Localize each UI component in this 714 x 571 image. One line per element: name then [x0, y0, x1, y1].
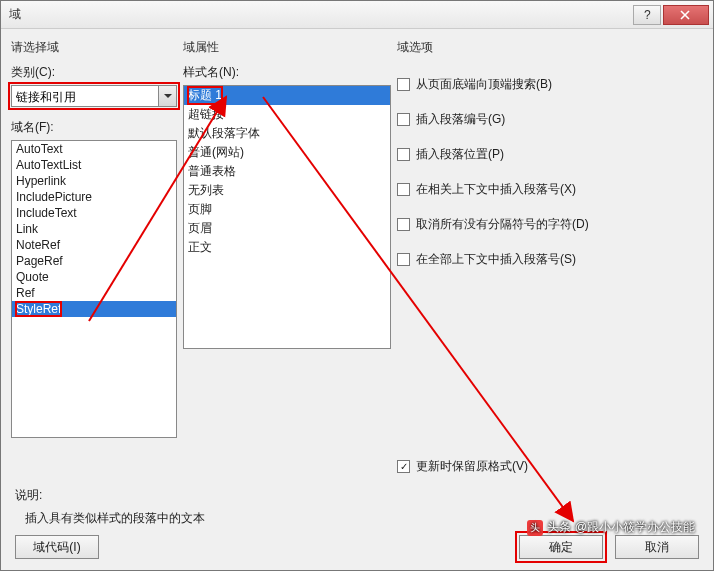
section-header-options: 域选项: [397, 39, 703, 56]
fieldnames-label: 域名(F):: [11, 119, 177, 136]
list-item[interactable]: AutoText: [12, 141, 176, 157]
option-label: 在相关上下文中插入段落号(X): [416, 181, 576, 198]
window-title: 域: [5, 6, 631, 23]
list-item[interactable]: StyleRef: [12, 301, 176, 317]
option-checkbox[interactable]: 在全部上下文中插入段落号(S): [397, 251, 703, 268]
option-checkbox[interactable]: 从页面底端向顶端搜索(B): [397, 76, 703, 93]
stylename-listbox[interactable]: 标题 1超链接默认段落字体普通(网站)普通表格无列表页脚页眉正文: [183, 85, 391, 349]
option-checkbox[interactable]: 在相关上下文中插入段落号(X): [397, 181, 703, 198]
list-item[interactable]: IncludePicture: [12, 189, 176, 205]
watermark-logo-icon: [527, 520, 543, 536]
preserve-format-label: 更新时保留原格式(V): [416, 458, 528, 475]
checkbox-icon: [397, 78, 410, 91]
list-item[interactable]: 默认段落字体: [184, 124, 390, 143]
option-checkbox[interactable]: 插入段落位置(P): [397, 146, 703, 163]
option-label: 取消所有没有分隔符号的字符(D): [416, 216, 589, 233]
checkbox-icon: [397, 460, 410, 473]
list-item[interactable]: 正文: [184, 238, 390, 257]
checkbox-icon: [397, 183, 410, 196]
category-value: 链接和引用: [12, 86, 158, 106]
category-combo[interactable]: 链接和引用: [11, 85, 177, 107]
list-item[interactable]: 标题 1: [184, 86, 390, 105]
option-checkbox[interactable]: 插入段落编号(G): [397, 111, 703, 128]
titlebar: 域 ?: [1, 1, 713, 29]
watermark: 头条 @跟小小筱学办公技能: [527, 519, 695, 536]
column-select-field: 请选择域 类别(C): 链接和引用 域名(F): AutoTextAutoTex…: [11, 39, 177, 485]
option-label: 插入段落位置(P): [416, 146, 504, 163]
help-button[interactable]: ?: [633, 5, 661, 25]
option-label: 在全部上下文中插入段落号(S): [416, 251, 576, 268]
option-label: 插入段落编号(G): [416, 111, 505, 128]
list-item[interactable]: 普通表格: [184, 162, 390, 181]
column-options: 域选项 从页面底端向顶端搜索(B)插入段落编号(G)插入段落位置(P)在相关上下…: [397, 39, 703, 485]
list-item[interactable]: IncludeText: [12, 205, 176, 221]
list-item[interactable]: AutoTextList: [12, 157, 176, 173]
list-item[interactable]: 页脚: [184, 200, 390, 219]
checkbox-icon: [397, 253, 410, 266]
dialog-body: 请选择域 类别(C): 链接和引用 域名(F): AutoTextAutoTex…: [1, 29, 713, 485]
svg-text:?: ?: [644, 10, 651, 20]
option-checkbox[interactable]: 取消所有没有分隔符号的字符(D): [397, 216, 703, 233]
list-item[interactable]: 普通(网站): [184, 143, 390, 162]
option-label: 从页面底端向顶端搜索(B): [416, 76, 552, 93]
list-item[interactable]: PageRef: [12, 253, 176, 269]
cancel-button[interactable]: 取消: [615, 535, 699, 559]
checkbox-icon: [397, 148, 410, 161]
category-label: 类别(C):: [11, 64, 177, 81]
list-item[interactable]: 页眉: [184, 219, 390, 238]
section-header-select: 请选择域: [11, 39, 177, 56]
chevron-down-icon[interactable]: [158, 86, 176, 106]
list-item[interactable]: Hyperlink: [12, 173, 176, 189]
list-item[interactable]: 超链接: [184, 105, 390, 124]
preserve-format-checkbox[interactable]: 更新时保留原格式(V): [397, 458, 528, 475]
stylename-label: 样式名(N):: [183, 64, 391, 81]
close-button[interactable]: [663, 5, 709, 25]
dialog-window: 域 ? 请选择域 类别(C): 链接和引用 域名(F): AutoTextAut…: [0, 0, 714, 571]
checkbox-icon: [397, 218, 410, 231]
field-codes-button[interactable]: 域代码(I): [15, 535, 99, 559]
fieldnames-listbox[interactable]: AutoTextAutoTextListHyperlinkIncludePict…: [11, 140, 177, 438]
list-item[interactable]: Link: [12, 221, 176, 237]
ok-button[interactable]: 确定: [519, 535, 603, 559]
list-item[interactable]: NoteRef: [12, 237, 176, 253]
checkbox-icon: [397, 113, 410, 126]
list-item[interactable]: Ref: [12, 285, 176, 301]
description-label: 说明:: [15, 487, 699, 504]
list-item[interactable]: 无列表: [184, 181, 390, 200]
list-item[interactable]: Quote: [12, 269, 176, 285]
column-properties: 域属性 样式名(N): 标题 1超链接默认段落字体普通(网站)普通表格无列表页脚…: [183, 39, 391, 485]
section-header-props: 域属性: [183, 39, 391, 56]
